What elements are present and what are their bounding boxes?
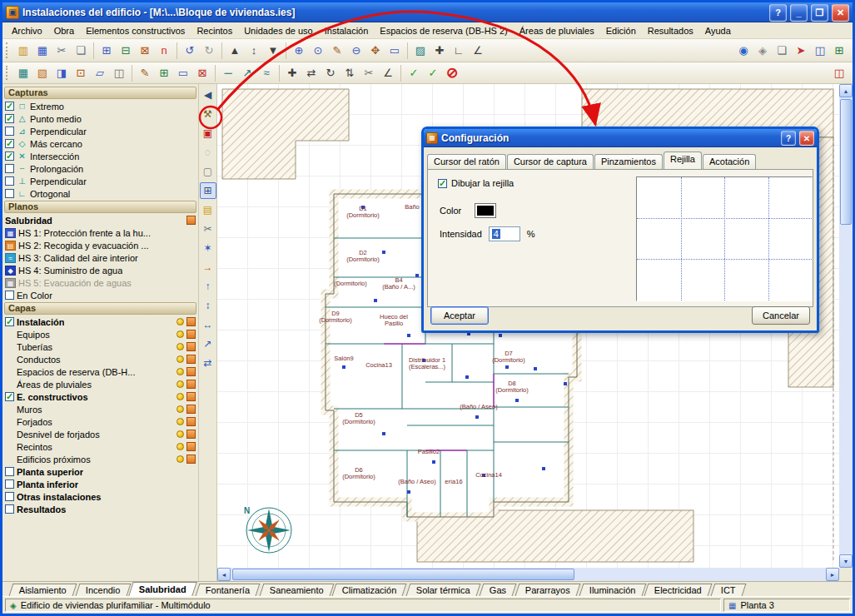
visibility-dot-icon[interactable]: [176, 343, 184, 350]
visibility-dot-icon[interactable]: [176, 318, 184, 325]
capture-config-icon[interactable]: ⚒: [200, 106, 216, 122]
visibility-dot-icon[interactable]: [176, 405, 184, 413]
dialog-title-bar[interactable]: ▦ Configuración ? ✕: [424, 129, 817, 147]
origin-icon[interactable]: ✚: [430, 42, 449, 60]
help-button[interactable]: ?: [769, 4, 787, 22]
plant-down-icon[interactable]: ▼: [264, 42, 282, 60]
menu-item-resultados[interactable]: Resultados: [642, 24, 699, 37]
plant-tab-ict[interactable]: ICT: [711, 584, 747, 596]
undo-icon[interactable]: ↺: [181, 42, 199, 60]
scroll-down-button[interactable]: ▼: [839, 554, 853, 568]
maximize-button[interactable]: ❐: [811, 4, 828, 22]
layer-badge-icon[interactable]: [186, 380, 196, 389]
arrow-vertical-icon[interactable]: ↕: [200, 297, 216, 314]
capa-row-edificios-próximos[interactable]: Edificios próximos: [2, 453, 198, 465]
status-plant-panel[interactable]: ▦ Planta 3: [723, 599, 850, 612]
arrow-right-icon[interactable]: →: [200, 259, 216, 276]
plan-icon[interactable]: ▦: [14, 64, 32, 82]
layer-badge-icon[interactable]: [186, 367, 196, 376]
layer-badge-icon[interactable]: [186, 216, 196, 225]
menu-item-edición[interactable]: Edición: [600, 24, 642, 37]
table-drawings-icon[interactable]: ⊠: [136, 42, 154, 60]
planos-row-hs-1-protección-frente-a-la-hu[interactable]: ▦HS 1: Protección frente a la hu...: [2, 226, 198, 239]
menu-item-espacios-de-reserva-db-hs-2[interactable]: Espacios de reserva (DB-HS 2): [374, 24, 513, 37]
visibility-dot-icon[interactable]: [176, 368, 184, 375]
plant-tab-climatización[interactable]: Climatización: [332, 584, 407, 596]
checkbox[interactable]: [5, 164, 14, 173]
visibility-dot-icon[interactable]: [176, 380, 184, 388]
save-icon[interactable]: ▦: [33, 42, 52, 60]
grid-toggle-icon[interactable]: ⊞: [200, 182, 216, 199]
window-element-icon[interactable]: ◫: [110, 64, 128, 82]
capa-row-muros[interactable]: Muros: [2, 403, 198, 415]
rotate-icon[interactable]: ↻: [321, 64, 340, 82]
capa-row-instalación[interactable]: Instalación: [2, 315, 198, 328]
intensity-input[interactable]: 4: [489, 226, 520, 241]
measure-icon[interactable]: ∠: [469, 42, 487, 60]
menu-item-áreas-de-pluviales[interactable]: Áreas de pluviales: [514, 24, 600, 37]
capture-row-perpendicular[interactable]: ⊿Perpendicular: [2, 125, 198, 137]
layer-badge-icon[interactable]: [186, 455, 196, 464]
capture-row-punto-medio[interactable]: △Punto medio: [2, 112, 198, 125]
cancel-icon[interactable]: ⊘: [443, 64, 461, 82]
arrow-up-icon[interactable]: ↑: [200, 278, 216, 295]
visibility-dot-icon[interactable]: [176, 355, 184, 363]
menu-item-archivo[interactable]: Archivo: [6, 24, 48, 37]
planos-group-row[interactable]: Salubridad: [2, 214, 198, 226]
layer-badge-icon[interactable]: [186, 342, 196, 351]
capa-row-áreas-de-pluviales[interactable]: Áreas de pluviales: [2, 378, 198, 390]
table-data-icon[interactable]: ⊞: [97, 42, 116, 60]
zoom-all-icon[interactable]: ⊖: [347, 42, 365, 60]
capas-header[interactable]: Capas: [4, 302, 196, 315]
copy-icon[interactable]: ⇄: [302, 64, 321, 82]
capture-row-prolongación[interactable]: ┄Prolongación: [2, 162, 198, 175]
redraw-icon[interactable]: ✎: [328, 42, 346, 60]
delete-icon[interactable]: ⊠: [193, 64, 211, 82]
plant-up-icon[interactable]: ▲: [226, 42, 244, 60]
window-new-icon[interactable]: ⊞: [830, 42, 848, 60]
window-split-icon[interactable]: ◫: [811, 42, 829, 60]
zoom-in-icon[interactable]: ⊕: [290, 42, 308, 60]
cancel-button[interactable]: Cancelar: [752, 306, 810, 325]
capa-row-planta-superior[interactable]: Planta superior: [2, 465, 198, 478]
menu-item-ayuda[interactable]: Ayuda: [699, 24, 737, 37]
arrow-horizontal-icon[interactable]: ↔: [200, 316, 216, 333]
checkbox[interactable]: [5, 189, 14, 198]
capa-row-e-constructivos[interactable]: E. constructivos: [2, 390, 198, 403]
check-icon[interactable]: ✓: [405, 64, 423, 82]
capa-row-desnivel-de-forjados[interactable]: Desnivel de forjados: [2, 428, 198, 440]
layer-badge-icon[interactable]: [186, 355, 196, 364]
toolbar-grip-2[interactable]: [6, 66, 11, 81]
slab-icon[interactable]: ◨: [52, 64, 71, 82]
capture-window-icon[interactable]: ◫: [830, 64, 848, 82]
layer-badge-icon[interactable]: [186, 392, 196, 401]
note-icon[interactable]: ▤: [200, 201, 216, 218]
open-icon[interactable]: ▥: [14, 42, 32, 60]
orto-icon[interactable]: ∟: [450, 42, 468, 60]
checkbox[interactable]: [5, 467, 14, 476]
grid-color-swatch[interactable]: [475, 203, 496, 218]
dialog-tab-pinzamientos[interactable]: Pinzamientos: [594, 154, 663, 169]
visibility-dot-icon[interactable]: [176, 430, 184, 438]
horizontal-scroll-thumb[interactable]: [232, 569, 574, 580]
checkbox[interactable]: [5, 291, 14, 300]
capture-row-extremo[interactable]: □Extremo: [2, 100, 198, 112]
toolbar-grip[interactable]: [6, 42, 11, 58]
capture-row-más-cercano[interactable]: ◇Más cercano: [2, 137, 198, 150]
capa-row-planta-inferior[interactable]: Planta inferior: [2, 478, 198, 490]
layer-badge-icon[interactable]: [186, 330, 196, 339]
plant-list-icon[interactable]: ↕: [245, 42, 263, 60]
menu-item-elementos-constructivos[interactable]: Elementos constructivos: [80, 24, 191, 37]
capa-row-forjados[interactable]: Forjados: [2, 415, 198, 428]
dialog-tab-rejilla[interactable]: Rejilla: [664, 152, 702, 169]
capture-row-perpendicular[interactable]: ⊥Perpendicular: [2, 175, 198, 187]
section-cut-icon[interactable]: ✂: [200, 221, 216, 237]
curve-icon[interactable]: ≈: [257, 64, 276, 82]
cut-icon[interactable]: ✂: [52, 42, 71, 60]
print-icon[interactable]: ❏: [72, 42, 90, 60]
plant-tab-salubridad[interactable]: Salubridad: [129, 582, 197, 596]
layer-badge-icon[interactable]: [186, 442, 196, 451]
column-icon[interactable]: ⊡: [72, 64, 90, 82]
checkbox[interactable]: [5, 127, 14, 136]
line-icon[interactable]: ─: [219, 64, 237, 82]
